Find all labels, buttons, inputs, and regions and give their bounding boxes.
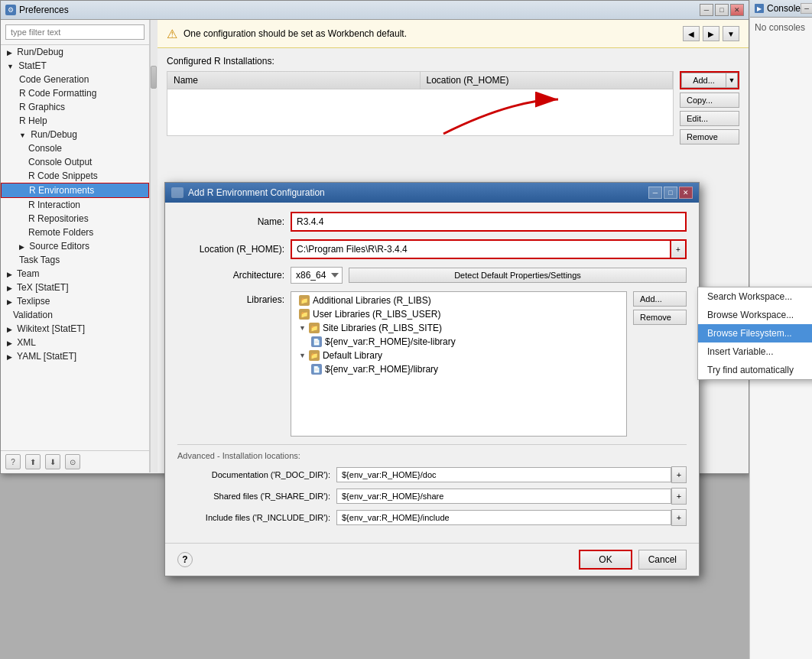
libraries-section: Libraries: 📁 Additional Libraries (R_LIB… bbox=[177, 291, 687, 437]
console-titlebar: ▶ Console ─ □ bbox=[750, 0, 812, 18]
lib-label: ${env_var:R_HOME}/library bbox=[325, 364, 438, 375]
lib-item-site[interactable]: ▼ 📁 Site Libraries (R_LIBS_SITE) bbox=[293, 321, 625, 335]
lib-label: Site Libraries (R_LIBS_SITE) bbox=[323, 323, 442, 333]
include-input-row: + bbox=[336, 509, 687, 526]
sidebar-item-r-graphics[interactable]: R Graphics bbox=[1, 100, 149, 114]
lib-label: Additional Libraries (R_LIBS) bbox=[313, 295, 431, 306]
table-header: Name Location (R_HOME) bbox=[167, 72, 673, 89]
maximize-button[interactable]: □ bbox=[715, 4, 729, 16]
export-button[interactable]: ⬇ bbox=[45, 454, 60, 469]
sidebar-item-team[interactable]: ▶ Team bbox=[1, 267, 149, 281]
add-dropdown-button[interactable]: ▼ bbox=[726, 73, 738, 88]
edit-button[interactable]: Edit... bbox=[680, 111, 739, 126]
sidebar-item-run-debug-2[interactable]: ▼ Run/Debug bbox=[1, 128, 149, 141]
sidebar-item-texlipse[interactable]: ▶ Texlipse bbox=[1, 294, 149, 308]
libraries-tree: 📁 Additional Libraries (R_LIBS) 📁 User L… bbox=[291, 291, 627, 437]
settings-button[interactable]: ⊙ bbox=[65, 454, 80, 469]
expand-arrow: ▶ bbox=[7, 298, 12, 306]
sidebar-item-tex-statet[interactable]: ▶ TeX [StatET] bbox=[1, 281, 149, 294]
lib-folder-icon: 📁 bbox=[299, 309, 310, 320]
share-input-row: + bbox=[336, 488, 687, 505]
ok-button[interactable]: OK bbox=[579, 550, 632, 570]
include-label: Include files ('R_INCLUDE_DIR'): bbox=[177, 513, 330, 522]
sidebar-item-validation[interactable]: Validation bbox=[1, 308, 149, 322]
expand-arrow: ▶ bbox=[19, 243, 24, 251]
installations-table: Name Location (R_HOME) bbox=[167, 71, 674, 136]
dialog-maximize[interactable]: □ bbox=[664, 187, 677, 199]
sidebar-item-code-generation[interactable]: Code Generation bbox=[1, 73, 149, 86]
col-location: Location (R_HOME) bbox=[421, 72, 674, 89]
add-button-group: Add... ▼ bbox=[680, 71, 739, 89]
include-browse-button[interactable]: + bbox=[671, 509, 687, 526]
detect-button[interactable]: Detect Default Properties/Settings bbox=[349, 268, 687, 283]
installations-side-buttons: Add... ▼ Copy... Edit... Remove bbox=[674, 71, 739, 144]
dialog-body: Name: Location (R_HOME): + Architecture:… bbox=[165, 203, 699, 543]
footer-buttons: OK Cancel bbox=[579, 550, 687, 570]
forward-button[interactable]: ▶ bbox=[703, 26, 719, 41]
sidebar-item-yaml[interactable]: ▶ YAML [StatET] bbox=[1, 349, 149, 363]
name-label: Name: bbox=[177, 216, 284, 227]
minimize-button[interactable]: ─ bbox=[700, 4, 713, 16]
sidebar-item-r-environments[interactable]: R Environments bbox=[1, 183, 149, 198]
expand-arrow: ▶ bbox=[7, 339, 12, 347]
remove-button[interactable]: Remove bbox=[680, 129, 739, 144]
scrollbar-thumb[interactable] bbox=[151, 66, 157, 89]
sidebar-item-r-code-formatting[interactable]: R Code Formatting bbox=[1, 86, 149, 100]
sidebar-bottom: ? ⬆ ⬇ ⊙ bbox=[1, 450, 149, 472]
lib-item-additional[interactable]: 📁 Additional Libraries (R_LIBS) bbox=[293, 294, 625, 307]
sidebar-item-r-repositories[interactable]: R Repositories bbox=[1, 212, 149, 226]
back-button[interactable]: ◀ bbox=[683, 26, 700, 41]
sidebar-scrollbar[interactable] bbox=[150, 20, 158, 472]
location-input[interactable] bbox=[291, 239, 670, 259]
lib-label: Default Library bbox=[323, 350, 382, 361]
sidebar-item-r-help[interactable]: R Help bbox=[1, 114, 149, 128]
name-input[interactable] bbox=[291, 212, 687, 232]
dropdown-button[interactable]: ▼ bbox=[723, 26, 739, 41]
sidebar-item-console-output[interactable]: Console Output bbox=[1, 155, 149, 169]
context-menu-item-browse-filesystem[interactable]: Browse Filesystem... bbox=[698, 324, 812, 342]
cancel-button[interactable]: Cancel bbox=[638, 550, 687, 570]
help-button[interactable]: ? bbox=[177, 552, 193, 567]
sidebar-item-r-interaction[interactable]: R Interaction bbox=[1, 198, 149, 212]
context-menu-item-browse-workspace[interactable]: Browse Workspace... bbox=[698, 306, 812, 324]
share-browse-button[interactable]: + bbox=[671, 488, 687, 505]
expand-arrow: ▶ bbox=[7, 284, 12, 292]
lib-item-site-path[interactable]: 📄 ${env_var:R_HOME}/site-library bbox=[293, 335, 625, 349]
share-input[interactable] bbox=[336, 489, 671, 504]
close-button[interactable]: ✕ bbox=[730, 4, 744, 16]
sidebar-item-r-code-snippets[interactable]: R Code Snippets bbox=[1, 169, 149, 183]
console-minimize[interactable]: ─ bbox=[801, 3, 812, 14]
context-menu-item-insert-variable[interactable]: Insert Variable... bbox=[698, 342, 812, 361]
sidebar-item-remote-folders[interactable]: Remote Folders bbox=[1, 226, 149, 239]
context-menu-item-try-find[interactable]: Try find automatically bbox=[698, 361, 812, 379]
import-button[interactable]: ⬆ bbox=[25, 454, 41, 469]
include-input[interactable] bbox=[336, 510, 671, 525]
r-installations-label: Configured R Installations: bbox=[167, 56, 739, 67]
add-lib-button[interactable]: Add... bbox=[633, 291, 687, 307]
search-input[interactable] bbox=[5, 24, 145, 40]
dialog-close[interactable]: ✕ bbox=[679, 187, 693, 199]
add-button[interactable]: Add... bbox=[681, 73, 726, 88]
sidebar-item-wikitext[interactable]: ▶ Wikitext [StatET] bbox=[1, 322, 149, 336]
lib-item-default[interactable]: ▼ 📁 Default Library bbox=[293, 349, 625, 362]
add-r-dialog: Add R Environment Configuration ─ □ ✕ Na… bbox=[164, 182, 700, 576]
sidebar-item-task-tags[interactable]: Task Tags bbox=[1, 253, 149, 267]
context-menu-item-search[interactable]: Search Workspace... bbox=[698, 287, 812, 306]
architecture-select[interactable]: x86_64 i386 bbox=[291, 267, 343, 284]
sidebar-item-run-debug[interactable]: ▶ Run/Debug bbox=[1, 45, 149, 59]
sidebar-item-console[interactable]: Console bbox=[1, 141, 149, 155]
sidebar-item-xml[interactable]: ▶ XML bbox=[1, 336, 149, 349]
doc-browse-button[interactable]: + bbox=[671, 466, 687, 483]
sidebar-item-source-editors[interactable]: ▶ Source Editors bbox=[1, 239, 149, 253]
lib-item-default-path[interactable]: 📄 ${env_var:R_HOME}/library bbox=[293, 362, 625, 376]
architecture-row: Architecture: x86_64 i386 Detect Default… bbox=[177, 267, 687, 284]
doc-input[interactable] bbox=[336, 467, 671, 482]
location-browse-button[interactable]: + bbox=[670, 239, 687, 259]
share-label: Shared files ('R_SHARE_DIR'): bbox=[177, 492, 330, 501]
dialog-minimize[interactable]: ─ bbox=[648, 187, 662, 199]
sidebar-item-statet[interactable]: ▼ StatET bbox=[1, 59, 149, 73]
copy-button[interactable]: Copy... bbox=[680, 93, 739, 108]
help-button[interactable]: ? bbox=[5, 454, 21, 469]
remove-lib-button[interactable]: Remove bbox=[633, 310, 687, 325]
lib-item-user[interactable]: 📁 User Libraries (R_LIBS_USER) bbox=[293, 307, 625, 321]
